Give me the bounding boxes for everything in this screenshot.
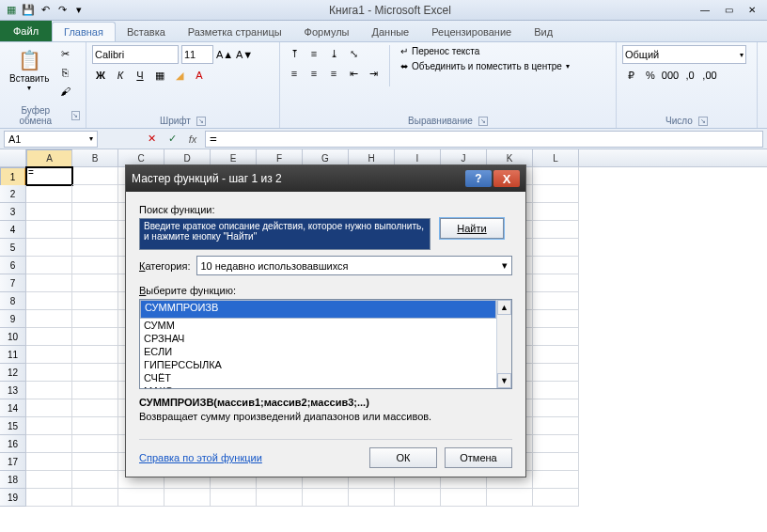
cell[interactable]	[533, 453, 579, 471]
cell[interactable]	[164, 489, 211, 507]
cell[interactable]	[533, 471, 579, 489]
function-listbox[interactable]: СУММПРОИЗВСУММСРЗНАЧЕСЛИГИПЕРССЫЛКАСЧЁТМ…	[139, 299, 512, 389]
dialog-close-button[interactable]: X	[493, 170, 520, 187]
cell[interactable]	[72, 399, 118, 417]
wrap-text-button[interactable]: ↵Перенос текста	[398, 45, 572, 57]
decrease-indent-icon[interactable]: ⇤	[345, 65, 362, 82]
cell[interactable]	[72, 382, 118, 399]
currency-icon[interactable]: ₽	[622, 67, 639, 84]
font-size-select[interactable]	[181, 45, 213, 64]
cell[interactable]	[72, 489, 118, 507]
font-color-icon[interactable]: A	[191, 67, 208, 84]
function-list-item[interactable]: ГИПЕРССЫЛКА	[140, 358, 496, 371]
cell[interactable]	[26, 453, 72, 471]
tab-pagelayout[interactable]: Разметка страницы	[177, 23, 293, 41]
cell[interactable]	[533, 167, 579, 185]
cell[interactable]	[533, 435, 579, 453]
cell[interactable]	[26, 435, 72, 453]
category-select[interactable]: 10 недавно использовавшихся▾	[196, 256, 513, 275]
row-header[interactable]: 9	[0, 310, 26, 328]
number-format-select[interactable]: Общий▾	[622, 45, 746, 64]
find-button[interactable]: Найти	[440, 218, 504, 239]
listbox-scrollbar[interactable]: ▲ ▼	[496, 300, 511, 388]
column-header[interactable]: B	[72, 149, 118, 166]
borders-icon[interactable]: ▦	[151, 67, 168, 84]
cell[interactable]	[533, 292, 579, 310]
cell[interactable]	[487, 489, 533, 507]
cell[interactable]	[118, 489, 164, 507]
row-header[interactable]: 11	[0, 346, 26, 364]
comma-icon[interactable]: 000	[662, 67, 679, 84]
cell[interactable]	[72, 328, 118, 346]
cell[interactable]	[533, 346, 579, 364]
shrink-font-icon[interactable]: A▼	[236, 46, 253, 63]
ok-button[interactable]: ОК	[369, 447, 437, 468]
number-launcher[interactable]: ↘	[698, 117, 708, 126]
cell[interactable]	[26, 257, 72, 274]
row-header[interactable]: 3	[0, 203, 26, 221]
function-list-item[interactable]: МАКС	[140, 384, 496, 388]
row-header[interactable]: 5	[0, 239, 26, 257]
alignment-launcher[interactable]: ↘	[478, 117, 488, 126]
cell[interactable]	[533, 364, 579, 382]
cell[interactable]	[257, 489, 303, 507]
cell[interactable]	[26, 471, 72, 489]
paste-button[interactable]: 📋 Вставить ▾	[6, 45, 53, 94]
cell[interactable]	[26, 185, 72, 203]
function-help-link[interactable]: Справка по этой функции	[139, 452, 362, 463]
cell[interactable]	[26, 364, 72, 382]
cell[interactable]	[533, 399, 579, 417]
function-list-item[interactable]: СРЗНАЧ	[140, 332, 496, 345]
formula-input[interactable]	[205, 131, 763, 148]
row-header[interactable]: 13	[0, 382, 26, 399]
grow-font-icon[interactable]: A▲	[216, 46, 233, 63]
row-header[interactable]: 8	[0, 292, 26, 310]
cell[interactable]	[349, 489, 395, 507]
undo-icon[interactable]: ↶	[38, 3, 53, 18]
cell[interactable]	[72, 364, 118, 382]
underline-button[interactable]: Ч	[132, 67, 149, 84]
cell[interactable]	[72, 292, 118, 310]
search-input[interactable]: Введите краткое описание действия, котор…	[139, 218, 430, 250]
cell[interactable]	[26, 274, 72, 292]
row-header[interactable]: 12	[0, 364, 26, 382]
format-painter-icon[interactable]: 🖌	[56, 83, 73, 100]
align-middle-icon[interactable]: ≡	[305, 45, 322, 62]
cell[interactable]	[441, 489, 487, 507]
percent-icon[interactable]: %	[642, 67, 659, 84]
cell[interactable]	[533, 239, 579, 257]
scroll-down-icon[interactable]: ▼	[497, 373, 511, 388]
cancel-button[interactable]: Отмена	[445, 447, 512, 468]
excel-icon[interactable]: ▦	[4, 3, 19, 18]
cell[interactable]	[533, 328, 579, 346]
redo-icon[interactable]: ↷	[55, 3, 70, 18]
cell[interactable]	[72, 274, 118, 292]
scroll-up-icon[interactable]: ▲	[497, 300, 511, 315]
tab-review[interactable]: Рецензирование	[420, 23, 523, 41]
cell[interactable]	[72, 471, 118, 489]
align-center-icon[interactable]: ≡	[305, 65, 322, 82]
name-box[interactable]: A1▾	[4, 131, 98, 148]
cell[interactable]	[72, 257, 118, 274]
cell[interactable]	[26, 221, 72, 239]
cell[interactable]	[72, 346, 118, 364]
function-list-item[interactable]: СУММПРОИЗВ	[140, 300, 496, 319]
minimize-button[interactable]: —	[694, 3, 716, 18]
fx-button[interactable]: fx	[184, 131, 201, 148]
file-tab[interactable]: Файл	[0, 21, 52, 41]
clipboard-launcher[interactable]: ↘	[71, 111, 80, 120]
cell[interactable]	[72, 221, 118, 239]
cell[interactable]	[26, 399, 72, 417]
cell[interactable]	[72, 167, 118, 185]
cell[interactable]	[26, 417, 72, 435]
copy-icon[interactable]: ⎘	[56, 64, 73, 81]
row-header[interactable]: 17	[0, 453, 26, 471]
font-name-select[interactable]	[92, 45, 179, 64]
cell[interactable]	[72, 239, 118, 257]
align-right-icon[interactable]: ≡	[325, 65, 342, 82]
scroll-track[interactable]	[497, 315, 511, 373]
enter-formula-icon[interactable]: ✓	[164, 131, 180, 148]
row-header[interactable]: 6	[0, 257, 26, 274]
tab-formulas[interactable]: Формулы	[293, 23, 361, 41]
select-all-corner[interactable]	[0, 149, 26, 166]
